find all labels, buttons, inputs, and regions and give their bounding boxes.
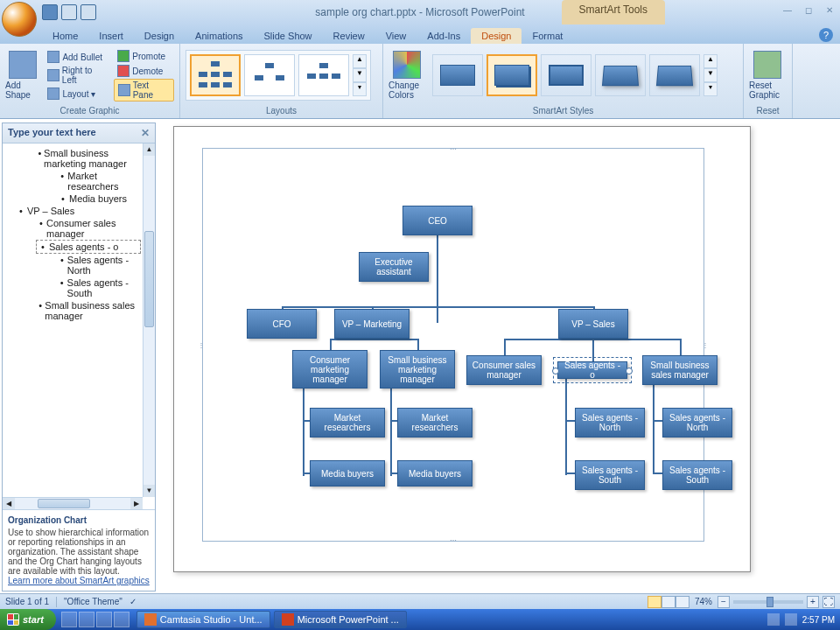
add-bullet-button[interactable]: Add Bullet <box>44 50 110 64</box>
org-node[interactable]: Sales agents - North <box>575 408 645 438</box>
outline-item[interactable]: •Sales agents - o <box>36 240 141 254</box>
text-pane-close-icon[interactable]: ✕ <box>141 127 150 139</box>
resize-handle[interactable]: ⋮ <box>198 341 205 349</box>
style-option[interactable] <box>649 54 700 96</box>
save-icon[interactable] <box>42 4 58 20</box>
text-pane-list[interactable]: •Small business marketing manager•Market… <box>3 144 155 326</box>
org-node[interactable]: Sales agents - North <box>662 408 732 438</box>
org-node[interactable]: Market researchers <box>397 408 472 438</box>
style-option[interactable] <box>432 54 483 96</box>
svg-rect-9 <box>276 75 284 80</box>
layouts-gallery: ▲▼▾ <box>186 50 371 101</box>
tab-smartart-design[interactable]: Design <box>471 28 522 44</box>
org-node[interactable]: Sales agents - South <box>662 460 732 490</box>
org-node[interactable]: CEO <box>402 206 472 235</box>
tab-insert[interactable]: Insert <box>88 28 134 44</box>
help-button[interactable]: ? <box>819 28 833 42</box>
tab-home[interactable]: Home <box>42 28 88 44</box>
org-node[interactable]: CFO <box>247 309 317 339</box>
add-shape-button[interactable]: Add Shape <box>5 51 40 100</box>
start-button[interactable]: start <box>0 609 56 630</box>
org-node[interactable]: Small business sales manager <box>642 355 718 385</box>
ql-icon[interactable] <box>61 612 77 627</box>
org-node[interactable]: Small business marketing manager <box>380 350 455 388</box>
zoom-slider[interactable] <box>733 600 803 604</box>
redo-icon[interactable] <box>80 4 96 20</box>
text-pane-button[interactable]: Text Pane <box>114 79 174 102</box>
zoom-out-button[interactable]: − <box>718 596 730 608</box>
style-option[interactable] <box>486 54 537 96</box>
ql-icon[interactable] <box>79 612 94 627</box>
smartart-styles-gallery: ▲▼▾ <box>429 51 721 100</box>
ql-icon[interactable] <box>114 612 130 627</box>
resize-handle[interactable]: ⋯ <box>450 145 457 153</box>
sorter-view-button[interactable] <box>662 596 676 608</box>
demote-button[interactable]: Demote <box>114 64 174 78</box>
org-node[interactable]: Executive assistant <box>359 252 429 282</box>
tab-animations[interactable]: Animations <box>185 28 253 44</box>
taskbar-item[interactable]: Microsoft PowerPoint ... <box>274 611 407 628</box>
org-node[interactable]: Consumer sales manager <box>466 355 542 385</box>
outline-item[interactable]: •Consumer sales manager <box>36 217 141 240</box>
ql-icon[interactable] <box>96 612 112 627</box>
org-node[interactable]: Sales agents - South <box>575 460 645 490</box>
slideshow-view-button[interactable] <box>676 596 690 608</box>
layout-option[interactable] <box>298 54 349 96</box>
text-pane-icon <box>118 84 130 96</box>
outline-item[interactable]: •Media buyers <box>57 192 141 205</box>
outline-item[interactable]: •Small business sales manager <box>36 299 141 322</box>
spellcheck-icon[interactable]: ✓ <box>130 597 136 606</box>
office-button[interactable] <box>2 2 37 37</box>
resize-handle[interactable]: ⋮ <box>702 341 709 349</box>
change-colors-button[interactable]: Change Colors <box>388 51 425 100</box>
taskbar: start Camtasia Studio - Unt... Microsoft… <box>0 609 840 630</box>
windows-icon <box>7 613 19 626</box>
layout-option[interactable] <box>244 54 295 96</box>
outline-item[interactable]: •Small business marketing manager <box>36 147 141 170</box>
fit-window-button[interactable]: ⛶ <box>822 596 835 608</box>
tab-slide-show[interactable]: Slide Show <box>254 28 323 44</box>
tab-view[interactable]: View <box>375 28 417 44</box>
org-node[interactable]: Sales agents - o <box>557 361 627 379</box>
layout-button[interactable]: Layout ▾ <box>44 87 110 101</box>
tray-icon[interactable] <box>767 613 780 626</box>
text-pane-hscrollbar[interactable]: ◀ ▶ <box>3 497 143 509</box>
tab-design[interactable]: Design <box>134 28 185 44</box>
outline-item[interactable]: •VP – Sales <box>15 205 141 217</box>
tab-add-ins[interactable]: Add-Ins <box>416 28 471 44</box>
smartart-frame[interactable]: ⋯ ⋯ ⋮ ⋮ CEOExecutive assistantCFOVP – Ma… <box>202 148 704 542</box>
maximize-button[interactable]: ◻ <box>802 5 816 19</box>
promote-button[interactable]: Promote <box>114 49 174 63</box>
minimize-button[interactable]: — <box>780 5 794 19</box>
org-node[interactable]: Media buyers <box>310 460 385 486</box>
text-pane-vscrollbar[interactable]: ▲ ▼ <box>143 144 155 497</box>
org-node[interactable]: VP – Marketing <box>334 309 410 339</box>
tray-icon[interactable] <box>785 613 797 626</box>
outline-item[interactable]: •Sales agents - South <box>57 276 141 299</box>
close-button[interactable]: ✕ <box>822 5 836 19</box>
normal-view-button[interactable] <box>648 596 662 608</box>
zoom-in-button[interactable]: + <box>807 596 819 608</box>
outline-item[interactable]: •Market researchers <box>57 170 141 192</box>
svg-rect-2 <box>211 72 220 77</box>
tab-smartart-format[interactable]: Format <box>522 28 573 44</box>
outline-item[interactable]: •Sales agents - North <box>57 254 141 276</box>
styles-scroll[interactable]: ▲▼▾ <box>704 54 718 96</box>
learn-more-link[interactable]: Learn more about SmartArt graphics <box>8 576 150 585</box>
layouts-scroll[interactable]: ▲▼▾ <box>353 54 367 96</box>
right-to-left-button[interactable]: Right to Left <box>44 65 110 86</box>
org-node[interactable]: Media buyers <box>397 460 472 486</box>
undo-icon[interactable] <box>61 4 77 20</box>
org-node[interactable]: Consumer marketing manager <box>292 350 368 388</box>
reset-graphic-button[interactable]: Reset Graphic <box>749 51 786 100</box>
tab-review[interactable]: Review <box>323 28 375 44</box>
svg-rect-8 <box>255 75 263 80</box>
slide[interactable]: ⋯ ⋯ ⋮ ⋮ CEOExecutive assistantCFOVP – Ma… <box>173 126 751 572</box>
style-option[interactable] <box>541 54 592 96</box>
layout-option[interactable] <box>190 54 241 96</box>
org-node[interactable]: Market researchers <box>310 408 385 438</box>
org-node[interactable]: VP – Sales <box>558 309 628 339</box>
taskbar-item[interactable]: Camtasia Studio - Unt... <box>136 611 270 628</box>
resize-handle[interactable]: ⋯ <box>450 536 457 544</box>
style-option[interactable] <box>595 54 646 96</box>
